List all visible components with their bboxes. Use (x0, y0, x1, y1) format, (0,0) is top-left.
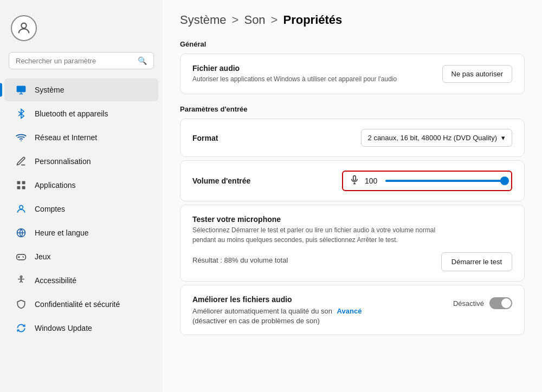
sidebar-item-comptes[interactable]: Comptes (4, 198, 158, 220)
sidebar-item-update[interactable]: Windows Update (4, 317, 158, 339)
sidebar-item-access[interactable]: Accessibilité (4, 269, 158, 292)
ne-pas-autoriser-button[interactable]: Ne pas autoriser (442, 65, 512, 83)
format-value: 2 canaux, 16 bit, 48000 Hz (DVD Quality) (368, 134, 497, 142)
card-test-microphone: Tester votre microphone Sélectionnez Dém… (180, 205, 525, 282)
refresh-icon (15, 322, 27, 334)
sidebar-label-perso: Personnalisation (35, 157, 91, 166)
search-input[interactable] (16, 57, 138, 65)
sidebar-label-bluetooth: Bluetooth et appareils (35, 109, 108, 118)
svg-rect-4 (17, 186, 21, 190)
improve-link[interactable]: Avancé (337, 307, 362, 315)
volume-label: Volume d'entrée (192, 177, 250, 185)
search-icon: 🔍 (138, 56, 147, 65)
card-fichier-audio: Fichier audio Autoriser les applications… (180, 54, 525, 94)
svg-point-0 (21, 23, 26, 28)
breadcrumb-sep2: > (271, 13, 278, 27)
breadcrumb: Système > Son > Propriétés (180, 13, 525, 27)
card-volume: Volume d'entrée 100 (180, 160, 525, 201)
sidebar: 🔍 Système Bluetooth et appareils Réseau … (0, 0, 163, 392)
sidebar-label-confidentialite: Confidentialité et sécurité (35, 300, 120, 309)
test-desc: Sélectionnez Démarrer le test et parler … (192, 225, 453, 245)
improve-text: Améliorer les fichiers audio Améliorer a… (192, 295, 442, 325)
section-general-title: Général (180, 40, 525, 48)
apps-icon (15, 179, 27, 191)
mic-icon (350, 175, 359, 187)
main-content: Système > Son > Propriétés Général Fichi… (163, 0, 542, 392)
test-label: Tester votre microphone (192, 215, 512, 224)
svg-point-6 (20, 205, 23, 209)
sidebar-label-reseau: Réseau et Internet (35, 133, 97, 142)
breadcrumb-proprietes: Propriétés (283, 13, 342, 27)
pencil-icon (15, 155, 27, 167)
user-icon (15, 203, 27, 215)
sidebar-label-systeme: Système (35, 86, 64, 94)
breadcrumb-systeme: Système (180, 13, 227, 27)
chevron-down-icon: ▾ (501, 134, 505, 142)
sidebar-item-perso[interactable]: Personnalisation (4, 150, 158, 173)
sidebar-label-apps: Applications (35, 181, 76, 190)
demarrer-test-button[interactable]: Démarrer le test (441, 252, 512, 271)
monitor-icon (15, 84, 27, 96)
sidebar-item-systeme[interactable]: Système (4, 79, 158, 101)
card-improve: Améliorer les fichiers audio Améliorer a… (180, 285, 525, 335)
sidebar-label-update: Windows Update (35, 324, 92, 332)
sidebar-label-heure: Heure et langue (35, 228, 89, 237)
gamepad-icon (15, 251, 27, 263)
svg-rect-3 (22, 181, 25, 185)
format-label: Format (192, 134, 218, 142)
shield-icon (15, 298, 27, 310)
result-label: Résultat : 88% du volume total (192, 256, 433, 264)
sidebar-item-heure[interactable]: Heure et langue (4, 221, 158, 244)
card-format: Format 2 canaux, 16 bit, 48000 Hz (DVD Q… (180, 119, 525, 157)
sidebar-label-jeux: Jeux (35, 252, 51, 261)
toggle-improve[interactable] (489, 297, 512, 309)
sidebar-item-bluetooth[interactable]: Bluetooth et appareils (4, 102, 158, 125)
network-icon (15, 132, 27, 143)
format-select[interactable]: 2 canaux, 16 bit, 48000 Hz (DVD Quality)… (361, 129, 512, 147)
section-entree-title: Paramètres d'entrée (180, 105, 525, 113)
avatar-area (0, 9, 163, 52)
breadcrumb-son: Son (244, 13, 265, 27)
accessibility-icon (15, 275, 27, 286)
sidebar-item-apps[interactable]: Applications (4, 174, 158, 197)
sidebar-item-confidentialite[interactable]: Confidentialité et sécurité (4, 293, 158, 316)
toggle-label: Désactivé (453, 299, 484, 308)
svg-rect-2 (17, 181, 21, 185)
sidebar-label-access: Accessibilité (35, 276, 76, 285)
fichier-audio-desc: Autoriser les applications et Windows à … (192, 74, 397, 84)
avatar[interactable] (11, 15, 37, 41)
sidebar-item-reseau[interactable]: Réseau et Internet (4, 126, 158, 149)
svg-rect-5 (22, 186, 25, 190)
toggle-thumb (501, 298, 511, 308)
bluetooth-icon (15, 108, 27, 120)
globe-icon (15, 227, 27, 239)
improve-desc2: (désactiver en cas de problèmes de son) (192, 317, 320, 325)
search-box[interactable]: 🔍 (9, 52, 154, 69)
improve-desc1: Améliorer automatiquement la qualité du … (192, 307, 332, 315)
improve-label: Améliorer les fichiers audio (192, 295, 442, 304)
sidebar-item-jeux[interactable]: Jeux (4, 245, 158, 268)
breadcrumb-sep1: > (232, 13, 239, 27)
svg-point-9 (20, 276, 22, 278)
svg-rect-10 (353, 176, 356, 181)
volume-value: 100 (365, 177, 380, 185)
svg-rect-1 (17, 86, 26, 93)
volume-slider[interactable] (385, 180, 505, 182)
volume-control: 100 (342, 171, 512, 191)
fichier-audio-label: Fichier audio (192, 64, 397, 73)
sidebar-label-comptes: Comptes (35, 205, 65, 213)
